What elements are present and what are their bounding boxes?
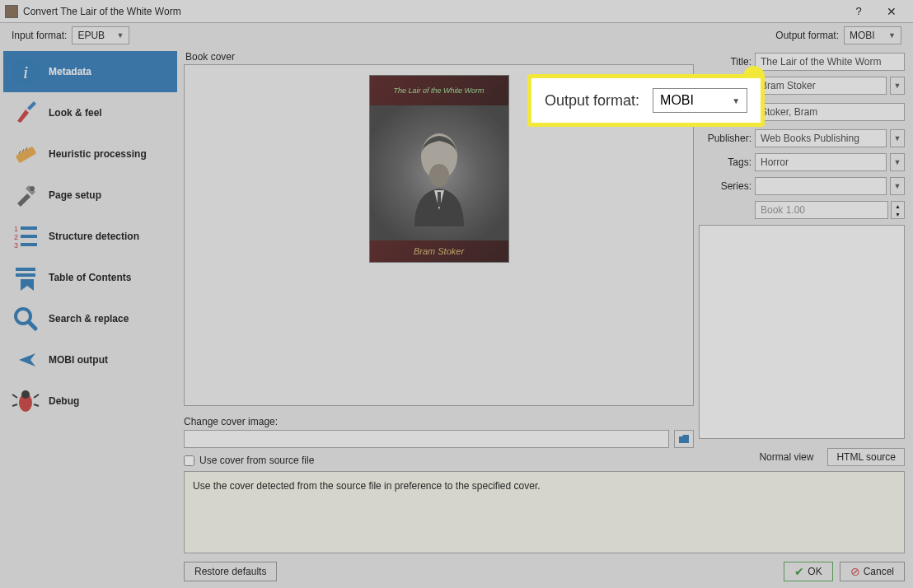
comments-textarea[interactable] — [699, 225, 905, 439]
svg-rect-8 — [21, 226, 37, 230]
folder-open-icon — [678, 433, 690, 445]
tags-label: Tags: — [699, 156, 751, 168]
svg-point-6 — [30, 186, 35, 191]
chevron-down-icon[interactable]: ▼ — [892, 210, 904, 218]
search-icon — [11, 304, 40, 334]
svg-text:3: 3 — [14, 241, 18, 250]
cover-portrait — [370, 105, 508, 240]
window-title: Convert The Lair of the White Worm — [23, 6, 181, 17]
input-format-value: EPUB — [77, 30, 105, 41]
sidebar-item-label: MOBI output — [49, 354, 108, 366]
sidebar-item-debug[interactable]: Debug — [3, 380, 177, 422]
sidebar-item-label: Table of Contents — [49, 272, 131, 283]
sidebar-item-toc[interactable]: Table of Contents — [3, 257, 177, 298]
svg-point-18 — [21, 390, 30, 399]
tags-input[interactable]: Horror — [755, 153, 887, 171]
sidebar-item-search-replace[interactable]: Search & replace — [3, 298, 177, 339]
use-source-cover-label: Use cover from source file — [199, 455, 314, 466]
svg-point-24 — [429, 164, 449, 187]
callout-label: Output format: — [545, 92, 639, 110]
publisher-label: Publisher: — [699, 133, 751, 144]
format-row: Input format: EPUB ▼ Output format: MOBI… — [0, 23, 913, 48]
svg-text:1: 1 — [14, 225, 18, 233]
sidebar-item-label: Structure detection — [49, 231, 139, 242]
sidebar-item-label: Metadata — [49, 66, 91, 77]
sidebar-item-look-feel[interactable]: Look & feel — [3, 92, 177, 133]
svg-text:2: 2 — [14, 233, 18, 241]
sidebar-item-label: Page setup — [49, 189, 101, 201]
sidebar-item-page-setup[interactable]: Page setup — [3, 175, 177, 216]
authors-input[interactable]: Bram Stoker — [755, 77, 887, 95]
svg-text:i: i — [23, 62, 28, 82]
ok-button[interactable]: ✔OK — [784, 562, 832, 581]
output-format-value: MOBI — [850, 30, 875, 41]
cancel-icon: ⊘ — [850, 565, 860, 578]
title-input[interactable]: The Lair of the White Worm — [755, 53, 905, 71]
sidebar-item-metadata[interactable]: i Metadata — [3, 51, 177, 92]
sidebar: i Metadata Look & feel Heuristic process… — [0, 48, 180, 588]
restore-defaults-button[interactable]: Restore defaults — [184, 562, 277, 581]
bug-icon — [11, 386, 40, 416]
sidebar-item-mobi-output[interactable]: MOBI output — [3, 339, 177, 380]
callout-box: Output format: MOBI ▼ — [527, 74, 765, 127]
change-cover-input[interactable] — [184, 430, 669, 448]
cover-title-text: The Lair of the White Worm — [370, 76, 508, 105]
svg-rect-25 — [438, 192, 441, 207]
output-format-combo[interactable]: MOBI ▼ — [844, 26, 901, 44]
checkbox-icon[interactable] — [184, 455, 194, 466]
toc-icon — [11, 263, 40, 292]
output-format-label: Output format: — [775, 30, 839, 41]
chevron-up-icon[interactable]: ▲ — [892, 202, 904, 210]
sidebar-item-heuristic[interactable]: Heuristic processing — [3, 133, 177, 175]
series-dropdown-button[interactable]: ▼ — [890, 177, 905, 195]
svg-line-21 — [12, 404, 17, 406]
chevron-down-icon: ▼ — [888, 31, 896, 40]
html-source-button[interactable]: HTML source — [827, 448, 905, 466]
brush-icon — [11, 98, 40, 128]
titlebar: Convert The Lair of the White Worm ? ✕ — [0, 0, 913, 23]
info-icon: i — [11, 57, 40, 86]
tools-icon — [11, 180, 40, 210]
publisher-dropdown-button[interactable]: ▼ — [890, 129, 905, 147]
svg-rect-10 — [21, 235, 37, 238]
title-label: Title: — [699, 56, 751, 68]
svg-line-19 — [12, 394, 17, 398]
sidebar-item-structure[interactable]: 123 Structure detection — [3, 216, 177, 257]
cover-image: The Lair of the White Worm Bram Stoker — [369, 75, 509, 263]
svg-rect-2 — [16, 147, 37, 164]
normal-view-button[interactable]: Normal view — [750, 448, 822, 466]
svg-line-16 — [29, 322, 35, 329]
book-num-spinner[interactable]: ▲▼ — [891, 201, 905, 219]
book-cover-label: Book cover — [185, 51, 694, 63]
sidebar-item-label: Look & feel — [49, 107, 102, 119]
chevron-down-icon: ▼ — [116, 31, 124, 40]
sidebar-item-label: Debug — [49, 395, 79, 407]
check-icon: ✔ — [794, 565, 804, 578]
input-format-combo[interactable]: EPUB ▼ — [72, 26, 129, 44]
callout-output-format-combo[interactable]: MOBI ▼ — [653, 88, 747, 113]
svg-line-22 — [34, 404, 39, 406]
arrow-left-icon — [11, 345, 40, 375]
callout-output-format-value: MOBI — [660, 93, 694, 108]
tags-dropdown-button[interactable]: ▼ — [890, 153, 905, 171]
series-input[interactable] — [755, 177, 887, 195]
book-num-input[interactable]: Book 1.00 — [755, 201, 888, 219]
authors-dropdown-button[interactable]: ▼ — [890, 77, 905, 95]
author-sort-input[interactable]: Stoker, Bram — [755, 103, 905, 121]
sidebar-item-label: Heuristic processing — [49, 148, 147, 160]
use-source-cover-checkbox[interactable]: Use cover from source file — [184, 455, 694, 466]
close-button[interactable]: ✕ — [875, 1, 908, 22]
input-format-label: Input format: — [12, 30, 67, 41]
help-text-box: Use the cover detected from the source f… — [184, 471, 905, 553]
svg-rect-14 — [16, 273, 35, 277]
sidebar-item-label: Search & replace — [49, 313, 129, 324]
browse-cover-button[interactable] — [674, 430, 694, 448]
cover-author-text: Bram Stoker — [370, 240, 508, 262]
app-icon — [5, 5, 18, 18]
publisher-input[interactable]: Web Books Publishing — [755, 129, 887, 147]
cancel-button[interactable]: ⊘Cancel — [840, 562, 905, 581]
svg-rect-12 — [21, 243, 37, 246]
chevron-down-icon: ▼ — [732, 96, 740, 105]
ruler-icon — [11, 139, 40, 169]
help-button[interactable]: ? — [845, 1, 872, 22]
